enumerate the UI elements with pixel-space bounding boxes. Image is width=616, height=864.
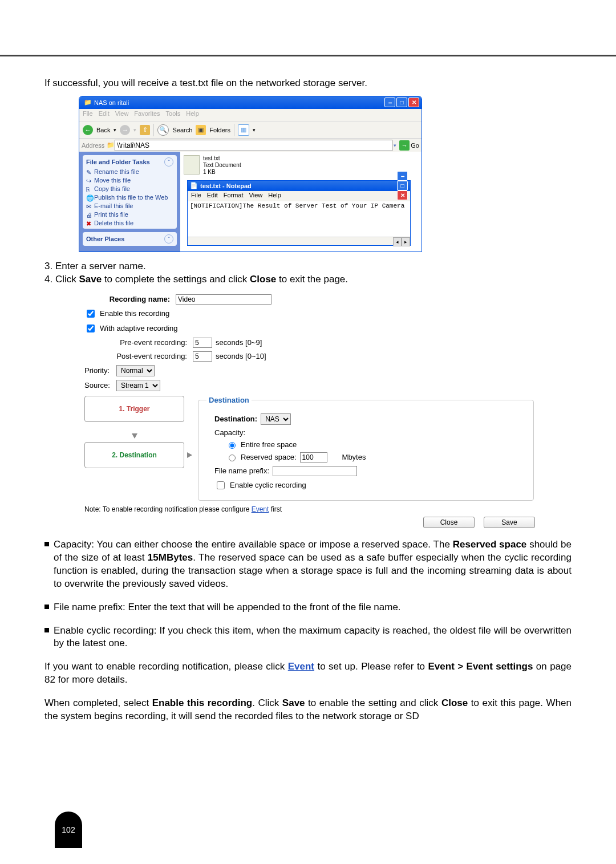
bullet-icon [44,542,49,546]
explorer-titlebar: 📁 NAS on ritali ‒ □ ✕ [79,96,422,109]
destination-legend: Destination [206,396,252,404]
bullet-cyclic: Enable cyclic recording: If you check th… [54,624,572,651]
recording-name-input[interactable] [176,294,271,305]
arrow-down-icon [132,433,137,439]
np-close-button[interactable]: ✕ [397,190,408,200]
collapse-icon[interactable]: ˆ [164,234,173,244]
file-type: Text Document [203,162,241,169]
explorer-title: NAS on ritali [94,99,129,106]
back-label[interactable]: Back [96,127,110,133]
forward-icon[interactable]: → [120,125,130,135]
scroll-left-icon[interactable]: ◂ [393,237,402,246]
back-icon[interactable]: ← [83,125,93,135]
reserved-space-label: Reserved space: [241,453,297,461]
search-icon[interactable]: 🔍 [157,124,169,136]
explorer-main: test.txt Text Document 1 KB 📄 test.txt -… [180,152,422,252]
explorer-toolbar: ← Back ▾ → ▾ ⇧ 🔍 Search ▣ Folders ▦▾ [79,121,422,139]
source-select[interactable]: Stream 1 [116,380,160,391]
folder-small-icon: 📁 [107,141,115,149]
view-icon[interactable]: ▦ [238,124,249,136]
bullet-icon [44,605,49,609]
destination-label: Destination: [214,415,257,423]
folders-label[interactable]: Folders [209,127,230,133]
recording-settings: Recording name: Enable this recording Wi… [84,294,535,528]
event-link[interactable]: Event [252,505,269,513]
event-link-2[interactable]: Event [288,661,314,672]
step-destination[interactable]: 2. Destination [84,442,184,468]
go-label[interactable]: Go [411,142,419,149]
completion-paragraph: When completed, select Enable this recor… [44,697,572,723]
page-header [0,0,616,56]
minimize-button[interactable]: ‒ [384,98,395,107]
reserved-space-radio[interactable] [229,455,236,461]
cyclic-checkbox[interactable] [217,481,225,489]
save-button[interactable]: Save [484,517,535,528]
step-trigger[interactable]: 1. Trigger [84,396,184,422]
maximize-button[interactable]: □ [396,98,407,107]
np-minimize-button[interactable]: ‒ [397,171,408,181]
task-print[interactable]: 🖨Print this file [86,211,173,218]
folders-icon[interactable]: ▣ [196,125,206,135]
enable-recording-checkbox[interactable] [87,310,95,318]
source-label: Source: [84,381,113,390]
explorer-menubar[interactable]: FileEditViewFavoritesToolsHelp [79,109,422,121]
close-button[interactable]: Close [423,517,475,528]
capacity-label: Capacity: [214,428,245,437]
prefix-input[interactable] [273,466,357,476]
file-name: test.txt [203,155,241,162]
notepad-window: 📄 test.txt - Notepad ‒ □ ✕ FileEditForma… [187,180,411,246]
step-3: 3. Enter a server name. [44,260,572,273]
collapse-icon[interactable]: ˆ [164,157,173,167]
go-button[interactable]: → [399,140,410,151]
post-event-label: Post-event recording: [102,352,187,360]
prefix-label: File name prefix: [214,467,269,475]
entire-space-label: Entire free space [241,440,297,449]
sidebar-tasks-title: File and Folder Tasks [86,159,150,165]
notepad-menubar[interactable]: FileEditFormatViewHelp [188,191,410,201]
task-move[interactable]: ↪Move this file [86,177,173,184]
explorer-window: 📁 NAS on ritali ‒ □ ✕ FileEditViewFavori… [79,96,422,252]
pre-event-label: Pre-event recording: [102,338,187,347]
bullet-prefix: File name prefix: Enter the text that wi… [54,601,572,614]
destination-select[interactable]: NAS [261,413,291,425]
page-number: 102 [55,812,82,848]
enable-recording-label: Enable this recording [100,309,169,318]
bullet-icon [44,628,49,632]
dropdown-icon[interactable]: ▾ [394,143,396,148]
pre-event-unit: seconds [0~9] [216,338,262,347]
priority-label: Priority: [84,366,113,375]
task-publish[interactable]: 🌐Publish this file to the Web [86,194,173,201]
cyclic-label: Enable cyclic recording [230,481,306,489]
up-icon[interactable]: ⇧ [140,125,150,135]
np-maximize-button[interactable]: □ [397,181,408,190]
recording-name-label: Recording name: [84,295,170,303]
notepad-content[interactable]: [NOTIFICATION]The Result of Server Test … [188,201,410,236]
intro-text: If successful, you will receive a test.t… [44,77,572,90]
reserved-space-input[interactable] [300,452,327,463]
file-item[interactable]: test.txt Text Document 1 KB [184,155,418,176]
notepad-icon: 📄 [190,182,198,189]
task-delete[interactable]: ✖Delete this file [86,220,173,226]
post-event-unit: seconds [0~10] [216,352,266,360]
bullet-capacity: Capacity: You can either choose the enti… [54,538,572,591]
file-size: 1 KB [203,169,241,176]
explorer-sidebar: File and Folder Tasksˆ ✎Rename this file… [79,152,180,252]
arrow-right-icon [187,452,192,458]
search-label[interactable]: Search [172,127,192,133]
event-paragraph: If you want to enable recording notifica… [44,660,572,687]
task-rename[interactable]: ✎Rename this file [86,168,173,175]
entire-space-radio[interactable] [229,442,236,449]
task-copy[interactable]: ⎘Copy this file [86,185,173,192]
priority-select[interactable]: Normal [116,365,155,376]
reserved-space-unit: Mbytes [342,453,366,461]
sidebar-other-title: Other Places [86,236,124,242]
post-event-input[interactable] [193,351,212,362]
address-input[interactable] [115,140,392,151]
scroll-right-icon[interactable]: ▸ [402,237,410,246]
task-email[interactable]: ✉E-mail this file [86,202,173,209]
adaptive-recording-checkbox[interactable] [87,324,95,332]
textfile-icon [184,155,200,175]
note-text: Note: To enable recording notification p… [84,505,535,513]
close-button[interactable]: ✕ [408,98,419,107]
pre-event-input[interactable] [193,338,212,348]
